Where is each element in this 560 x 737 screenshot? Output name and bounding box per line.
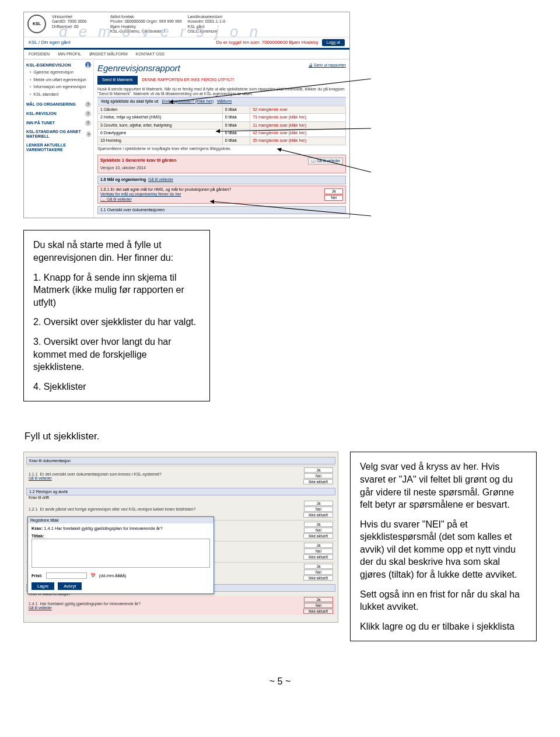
table-row: 6 Drøvtyggere0 tiltak42 manglende svar (… — [98, 130, 346, 137]
sidebar-item-3[interactable]: KSL-standard — [26, 91, 91, 98]
nav-malform[interactable]: ØNSKET MÅLFORM — [89, 52, 128, 57]
q-1-1-1: 1.1.1 Er det oversikt over dokumentasjon… — [26, 466, 335, 485]
question-1-0-1: 1.0.1 Er det satt egne mål for HMS, og m… — [97, 186, 346, 204]
breadcrumb[interactable]: KSL / Din egen gård — [29, 40, 71, 46]
logout-button[interactable]: Logg ut — [322, 39, 345, 46]
screenshot-2: Krav til dokumentasjon 1.1.1 Er det over… — [23, 452, 338, 623]
q101-veileder[interactable]: 📖 Gå til veileder — [100, 197, 132, 201]
ans-ja[interactable]: Ja — [304, 501, 333, 506]
callout1-p3: 2. Oversikt over sjekklister du har valg… — [33, 316, 200, 329]
hdr2-l3: KSL gård — [188, 25, 240, 29]
table-row: 10 Honning0 tiltak35 manglende svar (kli… — [98, 137, 346, 145]
table-header-row: Velg sjekkliste du skal fylle ut Endre s… — [97, 97, 346, 106]
frist-label: Frist: — [32, 573, 43, 578]
avbryt-button[interactable]: Avbryt — [58, 582, 82, 590]
nav-min-profil[interactable]: MIN PROFIL — [58, 52, 81, 57]
ans-ja[interactable]: Ja — [304, 467, 333, 473]
malform-link[interactable]: Målform — [217, 99, 232, 104]
callout1-p5: 4. Sjekklister — [33, 380, 200, 393]
ans-ikke[interactable]: Ikke aktuelt — [303, 512, 333, 518]
endre-link[interactable]: Endre sjekklister? (Klikk her) — [162, 99, 214, 104]
q141-lnk[interactable]: Gå til veileder — [29, 606, 52, 610]
ans-ikke[interactable]: Ikke aktuelt — [303, 575, 333, 581]
hdr0-l3: Driftsenhet: 00 — [52, 25, 104, 29]
hdr2-l4: OSLO kommune — [188, 29, 240, 34]
ans-nei[interactable]: Nei — [304, 570, 333, 575]
sidebar-sec-4[interactable]: LENKER AKTUELLE VAREMOTTAKERE — [26, 143, 91, 153]
lagre-button[interactable]: Lagre — [32, 582, 54, 590]
sidebar-item-1[interactable]: Melde om utført egenrevisjon — [26, 76, 91, 83]
callout1-p4: 3. Oversikt over hvor langt du har komme… — [33, 336, 200, 373]
krav-label: Krav: — [32, 526, 43, 531]
q101-sublink[interactable]: Verktøy for mål og organisering finner d… — [100, 192, 181, 196]
ans-ikke[interactable]: Ikke aktuelt — [303, 479, 333, 484]
send-button[interactable]: Send til Matmerk — [97, 76, 138, 84]
page-number: ~ 5 ~ — [23, 676, 537, 687]
hdr1-l3: Bjørn Hvaleby — [110, 25, 182, 29]
callout2-p1: Velg svar ved å kryss av her. Hvis svare… — [360, 460, 527, 511]
s2-sec-12-sub: Krav til drift — [26, 495, 335, 500]
download-icon[interactable]: ⭳ — [85, 62, 91, 68]
print-link[interactable]: 🖨 Skriv ut rapporten — [309, 63, 346, 68]
send-blurb: Husk å sende rapporten til Matmerk. Når … — [97, 87, 346, 97]
callout2-p4: Klikk lagre og du er tilbake i sjekklist… — [360, 620, 527, 633]
callout1-p1: Du skal nå starte med å fylle ut egenrev… — [33, 239, 200, 264]
callout2-p3: Sett også inn en frist for når du skal h… — [360, 588, 527, 613]
table-row: 2 Helse, miljø og sikkerhet (HMS)0 tilta… — [98, 114, 346, 121]
hdr-col-0: Virksomhet GardID: 7000 3006 Driftsenhet… — [52, 15, 104, 29]
hdr1-l2: Prodnr: 000000600 Orgnr: 999 999 999 — [110, 19, 182, 24]
ans-nei[interactable]: Nei — [304, 528, 333, 533]
sidebar-sec-1[interactable]: KSL-REVISJON4 — [26, 111, 91, 117]
sidebar-item-0[interactable]: Gjøre/se egenrevisjon — [26, 69, 91, 76]
checklist-1-block: Sjekkliste 1 Generelle krav til gården 📖… — [97, 155, 346, 173]
veileder-link-10[interactable]: Gå til veileder — [148, 177, 173, 181]
ans-ikke[interactable]: Ikke aktuelt — [303, 533, 333, 539]
section-1-1: 1.1 Oversikt over dokumentasjonen — [97, 206, 346, 214]
ans-ja[interactable]: Ja — [304, 597, 333, 602]
hdr1-l1: Aktivt foretak — [110, 15, 182, 19]
veileder-button[interactable]: 📖 Gå til veileder — [308, 158, 343, 165]
sidebar-item-2[interactable]: Informasjon om egenrevisjon — [26, 83, 91, 90]
nav-forsiden[interactable]: FORSIDEN — [29, 52, 50, 57]
ans-ja[interactable]: Ja — [304, 522, 333, 527]
callout2-p2: Hvis du svarer "NEI" på et sjekklistespø… — [360, 518, 527, 581]
breadcrumb-bar: KSL / Din egen gård Du er logget inn som… — [24, 37, 349, 48]
callout1-p2: 1. Knapp for å sende inn skjema til Matm… — [33, 271, 200, 309]
ans-ikke[interactable]: Ikke aktuelt — [303, 554, 333, 560]
calendar-icon[interactable]: 📅 — [90, 573, 96, 578]
sidebar-sec-2[interactable]: INN PÅ TUNET4 — [26, 120, 91, 126]
section-1-0: 1.0 Mål og organisering Gå til veileder — [97, 176, 346, 184]
hdr-col-2: Landbrukseiendom Hovednr: 0301-1-1-0 KSL… — [188, 15, 240, 34]
ans-nei[interactable]: Nei — [304, 603, 333, 608]
ans-nei[interactable]: Nei — [304, 473, 333, 478]
krav-text: 1.4.1 Har foretaket gyldig gjødslingspla… — [44, 526, 162, 531]
ans-ja[interactable]: Ja — [304, 564, 333, 569]
q101-text: Er det satt egne mål for HMS, og mål for… — [111, 187, 232, 191]
register-tiltak-modal: Registrere tiltak Krav: 1.4.1 Har foreta… — [27, 516, 214, 594]
ans-ikke[interactable]: Ikke aktuelt — [303, 609, 333, 614]
answer-ja[interactable]: Ja — [324, 188, 343, 194]
ans-nei[interactable]: Nei — [304, 507, 333, 512]
answer-nei[interactable]: Nei — [324, 195, 343, 201]
q111-lnk[interactable]: Gå til veileder — [29, 476, 52, 480]
frist-hint: (dd.mm.åååå) — [99, 573, 127, 578]
tiltak-textarea[interactable] — [32, 539, 210, 568]
table-label: Velg sjekkliste du skal fylle ut — [101, 99, 158, 104]
ans-nei[interactable]: Nei — [304, 549, 333, 554]
logged-in-text: Du er logget inn som: 7000000600 Bjørn H… — [216, 40, 318, 46]
screenshot1-header: KSL Virksomhet GardID: 7000 3006 Driftse… — [24, 12, 349, 37]
screenshot1-main: 🖨 Skriv ut rapporten Egenrevisjonsrappor… — [94, 60, 349, 218]
hdr-col-1: Aktivt foretak Prodnr: 000000600 Orgnr: … — [110, 15, 182, 34]
frist-input[interactable] — [46, 572, 87, 579]
s2-sec-top: Krav til dokumentasjon — [26, 457, 335, 464]
callout-1: Du skal nå starte med å fylle ut egenrev… — [23, 230, 210, 401]
nav-kontakt[interactable]: KONTAKT OSS — [136, 52, 164, 57]
ans-ja[interactable]: Ja — [304, 543, 333, 548]
screenshot-1: d e m o v e r s j o n KSL Virksomhet Gar… — [23, 12, 350, 218]
q101-num: 1.0.1 — [100, 187, 110, 191]
ksl-logo: KSL — [27, 15, 46, 33]
hdr2-l1: Landbrukseiendom — [188, 15, 240, 19]
sidebar-sec-0[interactable]: MÅL OG ORGANISERING4 — [26, 102, 91, 107]
s2-sec-12: 1.2 Revisjon og avvik — [26, 488, 335, 495]
sidebar-sec-3[interactable]: KSL-STANDARD OG ANNET MATERIELL4 — [26, 130, 91, 139]
